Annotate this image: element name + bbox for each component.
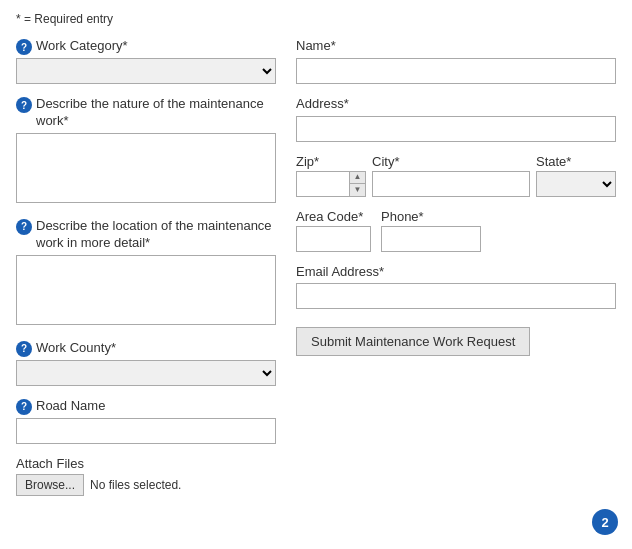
right-column: Name* Address* Zip* ▲ ▼ — [296, 38, 616, 496]
work-category-label: Work Category* — [36, 38, 128, 55]
area-code-label: Area Code* — [296, 209, 371, 226]
work-category-select[interactable] — [16, 58, 276, 84]
state-label: State* — [536, 154, 616, 171]
city-input[interactable] — [372, 171, 530, 197]
phone-group: Phone* — [381, 209, 481, 252]
required-note: * = Required entry — [16, 12, 616, 26]
work-county-help-icon[interactable]: ? — [16, 341, 32, 357]
state-select[interactable] — [536, 171, 616, 197]
left-column: ? Work Category* ? Describe the nature o… — [16, 38, 276, 496]
page-badge: 2 — [592, 509, 618, 535]
road-name-label-row: ? Road Name — [16, 398, 276, 415]
name-label: Name* — [296, 38, 336, 55]
zip-label: Zip* — [296, 154, 366, 171]
name-label-row: Name* — [296, 38, 616, 55]
area-code-input[interactable] — [296, 226, 371, 252]
work-county-group: ? Work County* — [16, 340, 276, 386]
road-name-group: ? Road Name — [16, 398, 276, 444]
submit-button[interactable]: Submit Maintenance Work Request — [296, 327, 530, 356]
zip-input[interactable] — [297, 172, 349, 196]
zip-city-state-row: Zip* ▲ ▼ City* State* — [296, 154, 616, 197]
describe-location-textarea[interactable] — [16, 255, 276, 325]
city-group: City* — [372, 154, 530, 197]
city-label: City* — [372, 154, 530, 171]
phone-input[interactable] — [381, 226, 481, 252]
attach-files-section: Attach Files Browse... No files selected… — [16, 456, 276, 496]
work-county-label: Work County* — [36, 340, 116, 357]
address-input[interactable] — [296, 116, 616, 142]
road-name-input[interactable] — [16, 418, 276, 444]
describe-nature-label-row: ? Describe the nature of the maintenance… — [16, 96, 276, 130]
describe-location-label: Describe the location of the maintenance… — [36, 218, 272, 252]
address-label-row: Address* — [296, 96, 616, 113]
work-category-group: ? Work Category* — [16, 38, 276, 84]
area-phone-row: Area Code* Phone* — [296, 209, 616, 252]
email-input[interactable] — [296, 283, 616, 309]
describe-nature-group: ? Describe the nature of the maintenance… — [16, 96, 276, 206]
no-files-text: No files selected. — [90, 478, 181, 492]
describe-location-help-icon[interactable]: ? — [16, 219, 32, 235]
email-label: Email Address* — [296, 264, 384, 281]
name-group: Name* — [296, 38, 616, 84]
email-group: Email Address* — [296, 264, 616, 310]
phone-label: Phone* — [381, 209, 481, 226]
area-code-group: Area Code* — [296, 209, 371, 252]
road-name-label: Road Name — [36, 398, 105, 415]
describe-location-group: ? Describe the location of the maintenan… — [16, 218, 276, 328]
describe-nature-label: Describe the nature of the maintenance w… — [36, 96, 276, 130]
work-county-select[interactable] — [16, 360, 276, 386]
zip-up-arrow[interactable]: ▲ — [350, 172, 365, 185]
work-county-label-row: ? Work County* — [16, 340, 276, 357]
describe-location-label-row: ? Describe the location of the maintenan… — [16, 218, 276, 252]
describe-nature-textarea[interactable] — [16, 133, 276, 203]
work-category-label-row: ? Work Category* — [16, 38, 276, 55]
zip-spinner[interactable]: ▲ ▼ — [349, 172, 365, 196]
road-name-help-icon[interactable]: ? — [16, 399, 32, 415]
describe-nature-help-icon[interactable]: ? — [16, 97, 32, 113]
browse-button[interactable]: Browse... — [16, 474, 84, 496]
zip-down-arrow[interactable]: ▼ — [350, 184, 365, 196]
attach-files-label: Attach Files — [16, 456, 276, 471]
address-label: Address* — [296, 96, 349, 113]
email-label-row: Email Address* — [296, 264, 616, 281]
zip-input-wrapper: ▲ ▼ — [296, 171, 366, 197]
name-input[interactable] — [296, 58, 616, 84]
work-category-help-icon[interactable]: ? — [16, 39, 32, 55]
address-group: Address* — [296, 96, 616, 142]
attach-files-row: Browse... No files selected. — [16, 474, 276, 496]
zip-group: Zip* ▲ ▼ — [296, 154, 366, 197]
state-group: State* — [536, 154, 616, 197]
